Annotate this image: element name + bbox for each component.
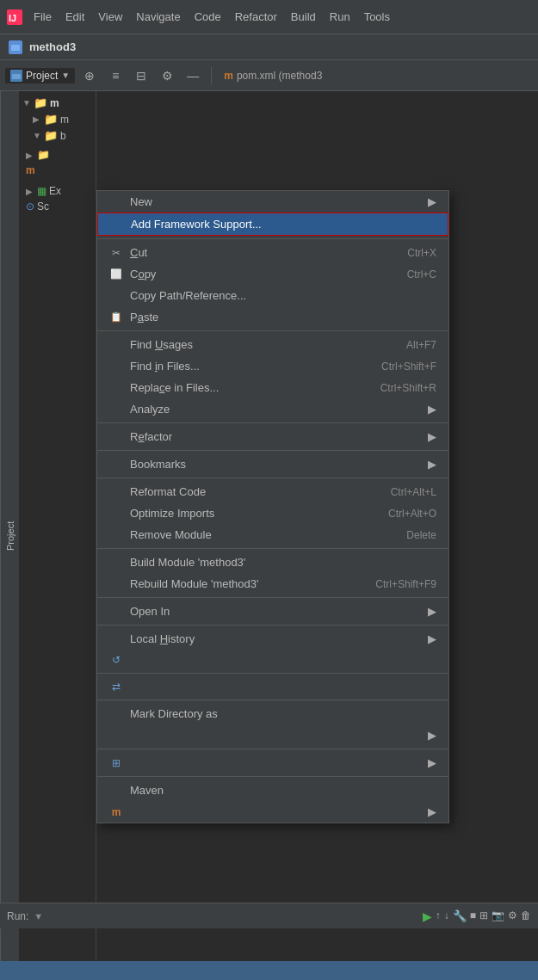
cm-rebuild-module-label: Rebuild Module 'method3' <box>130 577 259 590</box>
editor-tab[interactable]: m pom.xml (method3 <box>219 68 327 83</box>
cm-find-in-files-label: Find in Files... <box>130 360 200 373</box>
cm-item-find-in-files[interactable]: Find in Files... Ctrl+Shift+F <box>97 355 448 377</box>
window-title-bar: method3 <box>0 34 538 60</box>
cm-item-remove-module[interactable]: Remove Module Delete <box>97 524 448 545</box>
cm-build-module-label: Build Module 'method3' <box>130 556 245 569</box>
cm-sep-6 <box>97 548 448 549</box>
context-menu-overlay: New ▶ Add Framework Support... ✂ Cut Ctr… <box>0 91 538 980</box>
menu-navigate[interactable]: Navigate <box>130 8 186 26</box>
cm-open-in-label: Open In <box>130 605 170 618</box>
cm-reformat-label: Reformat Code <box>130 485 206 498</box>
cm-analyze-label: Analyze <box>130 403 170 416</box>
cm-item-refactor[interactable]: Refactor ▶ <box>97 426 448 447</box>
diagrams-arrow: ▶ <box>428 756 436 769</box>
menu-view[interactable]: View <box>92 8 128 26</box>
cm-item-rebuild-module[interactable]: Rebuild Module 'method3' Ctrl+Shift+F9 <box>97 573 448 595</box>
cm-item-local-history[interactable]: Local History ▶ <box>97 628 448 650</box>
find-in-files-shortcut: Ctrl+Shift+F <box>381 361 436 373</box>
cm-item-open-in[interactable]: Open In ▶ <box>97 601 448 622</box>
cm-item-analyze[interactable]: Analyze ▶ <box>97 398 448 420</box>
toolbar-minimize-btn[interactable]: — <box>182 65 204 87</box>
cm-item-mark-directory[interactable]: ▶ <box>97 724 448 746</box>
cm-sep-7 <box>97 597 448 598</box>
menu-file[interactable]: File <box>28 8 58 26</box>
compare-icon: ⇄ <box>109 681 123 693</box>
cm-item-compare-with[interactable]: ⇄ <box>97 676 448 697</box>
project-tool-icon <box>10 70 22 82</box>
maven-arrow: ▶ <box>428 805 436 818</box>
find-usages-shortcut: Alt+F7 <box>406 339 436 351</box>
cm-item-maven[interactable]: m ▶ <box>97 801 448 823</box>
app-logo: IJ <box>7 9 22 25</box>
cm-item-paste[interactable]: 📋 Paste <box>97 306 448 328</box>
project-folder-icon <box>9 40 22 54</box>
local-history-arrow: ▶ <box>428 632 436 645</box>
rebuild-shortcut: Ctrl+Shift+F9 <box>375 578 436 590</box>
menu-refactor[interactable]: Refactor <box>229 8 283 26</box>
analyze-arrow: ▶ <box>428 403 436 416</box>
cm-item-convert-java[interactable]: Maven <box>97 780 448 801</box>
main-area: Project ▼ 📁 m ▶ 📁 m ▼ 📁 b ▶ 📁 m ▶ <box>0 91 538 980</box>
cm-find-usages-label: Find Usages <box>130 338 193 351</box>
cm-refactor-label: Refactor <box>130 430 172 443</box>
toolbar-compass-btn[interactable]: ⊕ <box>78 65 101 87</box>
cm-item-find-usages[interactable]: Find Usages Alt+F7 <box>97 334 448 355</box>
refactor-arrow: ▶ <box>428 430 436 443</box>
cm-cut-label: Cut <box>130 246 147 259</box>
cm-sep-11 <box>97 749 448 749</box>
toolbar: Project ▼ ⊕ ≡ ⊟ ⚙ — m pom.xml (method3 <box>0 60 538 91</box>
copy-shortcut: Ctrl+C <box>407 268 436 280</box>
menu-edit[interactable]: Edit <box>59 8 90 26</box>
title-bar: IJ File Edit View Navigate Code Refactor… <box>0 0 538 34</box>
menu-code[interactable]: Code <box>189 8 227 26</box>
cm-local-history-label: Local History <box>130 632 195 645</box>
cm-add-framework-label: Add Framework Support... <box>131 218 262 231</box>
cm-item-new[interactable]: New ▶ <box>97 191 448 213</box>
project-toolbar-section: Project ▼ <box>5 68 75 83</box>
new-submenu-arrow: ▶ <box>428 195 436 208</box>
cm-item-module-settings[interactable]: Mark Directory as <box>97 703 448 724</box>
cm-item-build-module[interactable]: Build Module 'method3' <box>97 552 448 573</box>
cm-sep-5 <box>97 478 448 478</box>
reformat-shortcut: Ctrl+Alt+L <box>391 486 436 498</box>
project-label: Project <box>26 70 58 82</box>
cm-item-copy[interactable]: ⬜ Copy Ctrl+C <box>97 263 448 285</box>
maven-icon: m <box>224 70 233 82</box>
cm-paste-label: Paste <box>130 311 158 324</box>
cm-remove-module-label: Remove Module <box>130 528 212 541</box>
toolbar-separator <box>211 67 212 84</box>
context-menu: New ▶ Add Framework Support... ✂ Cut Ctr… <box>96 190 449 823</box>
menu-build[interactable]: Build <box>285 8 322 26</box>
menu-bar: File Edit View Navigate Code Refactor Bu… <box>28 8 531 26</box>
toolbar-filter-btn[interactable]: ⊟ <box>130 65 152 87</box>
bookmarks-arrow: ▶ <box>428 458 436 471</box>
toolbar-settings-btn[interactable]: ⚙ <box>156 65 178 87</box>
cm-item-copy-path[interactable]: Copy Path/Reference... <box>97 285 448 306</box>
cm-convert-java-label: Maven <box>130 784 164 797</box>
cm-item-optimize[interactable]: Optimize Imports Ctrl+Alt+O <box>97 502 448 524</box>
cm-sep-10 <box>97 700 448 700</box>
menu-run[interactable]: Run <box>324 8 356 26</box>
cm-new-label: New <box>130 195 152 208</box>
cm-item-cut[interactable]: ✂ Cut Ctrl+X <box>97 242 448 263</box>
copy-icon: ⬜ <box>109 268 123 280</box>
cm-sep-3 <box>97 422 448 423</box>
cm-item-replace-in-files[interactable]: Replace in Files... Ctrl+Shift+R <box>97 377 448 398</box>
replace-shortcut: Ctrl+Shift+R <box>380 382 436 394</box>
menu-tools[interactable]: Tools <box>358 8 396 26</box>
svg-rect-3 <box>11 45 20 51</box>
cm-item-reformat[interactable]: Reformat Code Ctrl+Alt+L <box>97 481 448 502</box>
cm-item-add-framework[interactable]: Add Framework Support... <box>97 213 448 236</box>
project-dropdown-arrow[interactable]: ▼ <box>61 71 70 80</box>
cm-optimize-label: Optimize Imports <box>130 507 214 520</box>
project-name: method3 <box>29 40 76 53</box>
cm-item-diagrams[interactable]: ⊞ ▶ <box>97 752 448 774</box>
cm-sep-8 <box>97 625 448 626</box>
cm-sep-9 <box>97 673 448 674</box>
cut-icon: ✂ <box>109 247 123 259</box>
cm-item-bookmarks[interactable]: Bookmarks ▶ <box>97 453 448 475</box>
cm-item-reload[interactable]: ↺ <box>97 650 448 670</box>
paste-icon: 📋 <box>109 311 123 323</box>
toolbar-equalizer-btn[interactable]: ≡ <box>104 65 127 87</box>
optimize-shortcut: Ctrl+Alt+O <box>388 508 436 520</box>
